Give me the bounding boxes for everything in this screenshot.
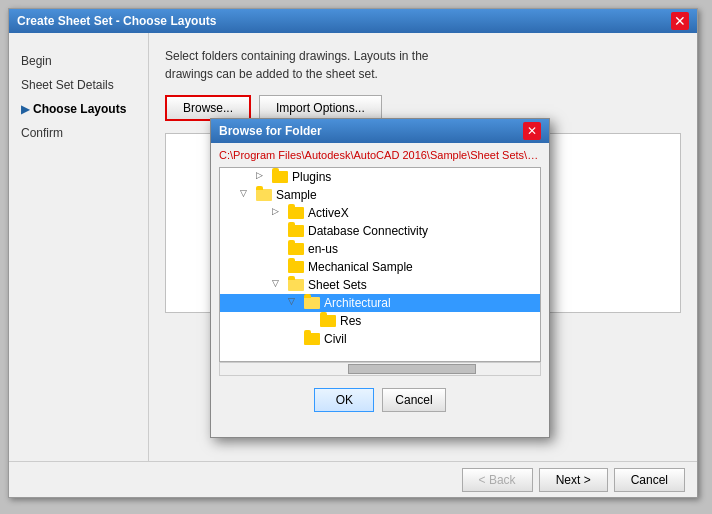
db-connectivity-label: Database Connectivity [308, 224, 428, 238]
back-button[interactable]: < Back [462, 468, 533, 492]
expand-arrow-sheet-sets: ▽ [272, 278, 286, 292]
folder-icon-db [288, 225, 304, 237]
tree-item-civil[interactable]: Civil [220, 330, 540, 348]
main-close-button[interactable]: ✕ [671, 12, 689, 30]
main-footer: < Back Next > Cancel [9, 461, 697, 497]
main-dialog-title: Create Sheet Set - Choose Layouts [17, 14, 216, 28]
confirm-label: Confirm [21, 126, 63, 140]
description-line1: Select folders containing drawings. Layo… [165, 49, 429, 63]
expand-arrow-architectural: ▽ [288, 296, 302, 310]
choose-layouts-label: Choose Layouts [33, 102, 126, 116]
folder-icon-res [320, 315, 336, 327]
expand-arrow-db [272, 224, 286, 238]
sheet-sets-label: Sheet Sets [308, 278, 367, 292]
plugins-label: Plugins [292, 170, 331, 184]
civil-label: Civil [324, 332, 347, 346]
ok-button[interactable]: OK [314, 388, 374, 412]
folder-icon-sample [256, 189, 272, 201]
overlay-title: Browse for Folder [219, 124, 322, 138]
sidebar-item-sheet-set-details[interactable]: Sheet Set Details [9, 73, 148, 97]
folder-icon-civil [304, 333, 320, 345]
path-display: C:\Program Files\Autodesk\AutoCAD 2016\S… [211, 143, 549, 167]
browse-folder-dialog: Browse for Folder ✕ C:\Program Files\Aut… [210, 118, 550, 438]
expand-arrow-enus [272, 242, 286, 256]
h-scrollbar-thumb [348, 364, 476, 374]
expand-arrow-civil [288, 332, 302, 346]
sample-label: Sample [276, 188, 317, 202]
overlay-close-button[interactable]: ✕ [523, 122, 541, 140]
tree-item-db-connectivity[interactable]: Database Connectivity [220, 222, 540, 240]
tree-item-sheet-sets[interactable]: ▽ Sheet Sets [220, 276, 540, 294]
tree-item-plugins[interactable]: ▷ Plugins [220, 168, 540, 186]
architectural-label: Architectural [324, 296, 391, 310]
res-label: Res [340, 314, 361, 328]
tree-item-sample[interactable]: ▽ Sample [220, 186, 540, 204]
active-arrow-icon: ▶ [21, 103, 29, 116]
main-cancel-button[interactable]: Cancel [614, 468, 685, 492]
sidebar-item-choose-layouts[interactable]: ▶ Choose Layouts [9, 97, 148, 121]
tree-item-en-us[interactable]: en-us [220, 240, 540, 258]
sidebar-item-confirm[interactable]: Confirm [9, 121, 148, 145]
tree-view[interactable]: ▷ Plugins ▽ Sample ▷ ActiveX Database Co… [219, 167, 541, 362]
expand-arrow-plugins: ▷ [256, 170, 270, 184]
sheet-set-details-label: Sheet Set Details [21, 78, 114, 92]
folder-icon-mech [288, 261, 304, 273]
folder-icon-architectural [304, 297, 320, 309]
expand-arrow-res [304, 314, 318, 328]
mechanical-sample-label: Mechanical Sample [308, 260, 413, 274]
activex-label: ActiveX [308, 206, 349, 220]
overlay-title-bar: Browse for Folder ✕ [211, 119, 549, 143]
folder-icon-enus [288, 243, 304, 255]
overlay-cancel-button[interactable]: Cancel [382, 388, 445, 412]
expand-arrow-mech [272, 260, 286, 274]
tree-item-res[interactable]: Res [220, 312, 540, 330]
en-us-label: en-us [308, 242, 338, 256]
folder-icon-sheet-sets [288, 279, 304, 291]
tree-item-activex[interactable]: ▷ ActiveX [220, 204, 540, 222]
tree-item-architectural[interactable]: ▽ Architectural [220, 294, 540, 312]
expand-arrow-sample: ▽ [240, 188, 254, 202]
horizontal-scrollbar[interactable] [219, 362, 541, 376]
tree-item-mechanical-sample[interactable]: Mechanical Sample [220, 258, 540, 276]
description-line2: drawings can be added to the sheet set. [165, 67, 378, 81]
sidebar-item-begin[interactable]: Begin [9, 49, 148, 73]
folder-icon-plugins [272, 171, 288, 183]
overlay-footer: OK Cancel [211, 380, 549, 420]
sidebar: Begin Sheet Set Details ▶ Choose Layouts… [9, 33, 149, 461]
expand-arrow-activex: ▷ [272, 206, 286, 220]
folder-icon-activex [288, 207, 304, 219]
main-title-bar: Create Sheet Set - Choose Layouts ✕ [9, 9, 697, 33]
begin-label: Begin [21, 54, 52, 68]
next-button[interactable]: Next > [539, 468, 608, 492]
content-description: Select folders containing drawings. Layo… [165, 47, 681, 83]
